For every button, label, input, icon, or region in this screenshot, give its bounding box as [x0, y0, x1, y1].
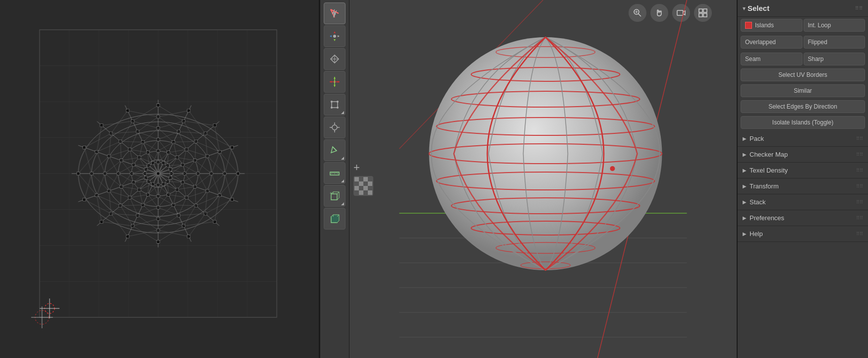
- edges-direction-container: Select Edges By Direction: [738, 99, 868, 115]
- svg-line-29: [333, 147, 337, 151]
- collapse-dots: ⠿⠿: [856, 183, 863, 189]
- svg-point-20: [331, 101, 333, 103]
- svg-point-24: [332, 125, 337, 130]
- collapse-chevron: ▶: [743, 152, 747, 157]
- overlapped-btn[interactable]: Overlapped: [741, 36, 803, 49]
- texel-density-section[interactable]: ▶ Texel Density ⠿⠿: [738, 163, 868, 179]
- isolate-islands-container: Isolate Islands (Toggle): [738, 115, 868, 131]
- add-cube-tool[interactable]: +: [324, 185, 346, 207]
- svg-marker-17: [334, 77, 336, 79]
- pack-section[interactable]: ▶ Pack ⠿⠿: [738, 131, 868, 147]
- svg-marker-16: [338, 81, 340, 83]
- cube-solid-tool[interactable]: [324, 208, 346, 230]
- collapse-title-preferences-section: Preferences: [750, 214, 853, 222]
- int-loop-label: Int. Loop: [808, 22, 831, 29]
- svg-text:+: +: [330, 191, 332, 195]
- select-row-1: Islands Int. Loop: [738, 17, 868, 34]
- collapse-chevron: ▶: [743, 199, 747, 205]
- collapse-title-texel-density-section: Texel Density: [750, 167, 853, 174]
- collapse-chevron: ▶: [743, 183, 747, 189]
- islands-btn[interactable]: Islands: [741, 19, 803, 32]
- svg-marker-9: [338, 35, 340, 37]
- move-tool[interactable]: [324, 25, 346, 47]
- svg-rect-19: [332, 102, 338, 108]
- sphere-3d: [349, 0, 737, 358]
- svg-marker-8: [330, 35, 332, 37]
- select-row-3: Seam Sharp: [738, 51, 868, 67]
- select-uv-borders-btn[interactable]: Select UV Borders: [741, 68, 865, 81]
- cursor2-tool[interactable]: [324, 117, 346, 138]
- select-edges-direction-btn[interactable]: Select Edges By Direction: [741, 100, 865, 113]
- isolate-islands-btn[interactable]: Isolate Islands (Toggle): [741, 116, 865, 129]
- seam-label: Seam: [745, 56, 760, 62]
- select-title: Select: [748, 4, 855, 12]
- collapse-title-help-section: Help: [750, 230, 853, 238]
- scale-tool[interactable]: [324, 71, 346, 93]
- svg-marker-15: [330, 81, 332, 83]
- collapse-chevron: ▶: [743, 136, 747, 141]
- toolbar: +: [320, 0, 349, 358]
- collapse-title-checker-map-section: Checker Map: [750, 151, 853, 158]
- ruler-tool[interactable]: [324, 162, 346, 184]
- uv-editor-panel: [0, 0, 320, 358]
- viewport-3d[interactable]: +: [349, 0, 737, 358]
- collapse-dots: ⠿⠿: [856, 152, 863, 157]
- similar-container: Similar: [738, 83, 868, 99]
- cursor-tool[interactable]: [324, 2, 346, 24]
- collapse-dots: ⠿⠿: [856, 136, 863, 141]
- annotate-tool[interactable]: [324, 139, 346, 161]
- collapse-dots: ⠿⠿: [856, 215, 863, 221]
- flipped-label: Flipped: [808, 39, 827, 46]
- similar-btn[interactable]: Similar: [741, 84, 865, 97]
- collapse-title-stack-section: Stack: [750, 198, 853, 206]
- help-section[interactable]: ▶ Help ⠿⠿: [738, 226, 868, 242]
- sharp-label: Sharp: [808, 56, 824, 62]
- crosshair: [40, 298, 59, 318]
- collapse-chevron: ▶: [743, 231, 747, 237]
- checker-map-section[interactable]: ▶ Checker Map ⠿⠿: [738, 147, 868, 163]
- collapse-chevron: ▶: [743, 168, 747, 173]
- rotate-tool[interactable]: [324, 48, 346, 70]
- collapse-title-pack-section: Pack: [750, 135, 853, 142]
- svg-marker-7: [334, 39, 336, 41]
- transform-tool[interactable]: [324, 94, 346, 116]
- svg-marker-18: [334, 85, 336, 87]
- select-chevron: ▾: [743, 5, 746, 12]
- svg-point-92: [610, 166, 615, 171]
- preferences-section[interactable]: ▶ Preferences ⠿⠿: [738, 210, 868, 226]
- collapse-dots: ⠿⠿: [856, 231, 863, 237]
- collapse-sections: ▶ Pack ⠿⠿ ▶ Checker Map ⠿⠿ ▶ Texel Densi…: [738, 131, 868, 242]
- add-button[interactable]: +: [353, 161, 360, 174]
- svg-line-38: [337, 192, 339, 194]
- seam-btn[interactable]: Seam: [741, 53, 803, 65]
- islands-label: Islands: [755, 22, 774, 29]
- transform-section[interactable]: ▶ Transform ⠿⠿: [738, 179, 868, 194]
- collapse-dots: ⠿⠿: [856, 168, 863, 173]
- flipped-btn[interactable]: Flipped: [804, 36, 866, 49]
- int-loop-btn[interactable]: Int. Loop: [804, 19, 866, 32]
- overlapped-label: Overlapped: [745, 39, 776, 46]
- sharp-btn[interactable]: Sharp: [804, 53, 866, 65]
- svg-rect-36: [331, 194, 337, 200]
- right-panel: ▾ Select ⠿⠿ Islands Int. Loop Overlapped…: [737, 0, 868, 358]
- uv-borders-container: Select UV Borders: [738, 67, 868, 83]
- svg-marker-6: [334, 31, 336, 33]
- svg-point-21: [337, 101, 339, 103]
- collapse-title-transform-section: Transform: [750, 182, 853, 190]
- svg-point-23: [337, 107, 339, 109]
- collapse-dots: ⠿⠿: [856, 199, 863, 205]
- svg-point-22: [331, 107, 333, 109]
- stack-section[interactable]: ▶ Stack ⠿⠿: [738, 194, 868, 210]
- select-row-2: Overlapped Flipped: [738, 34, 868, 51]
- select-section-header[interactable]: ▾ Select ⠿⠿: [738, 0, 868, 17]
- islands-icon: [745, 22, 752, 29]
- collapse-chevron: ▶: [743, 215, 747, 221]
- select-dots: ⠿⠿: [855, 5, 863, 11]
- svg-point-5: [333, 35, 336, 38]
